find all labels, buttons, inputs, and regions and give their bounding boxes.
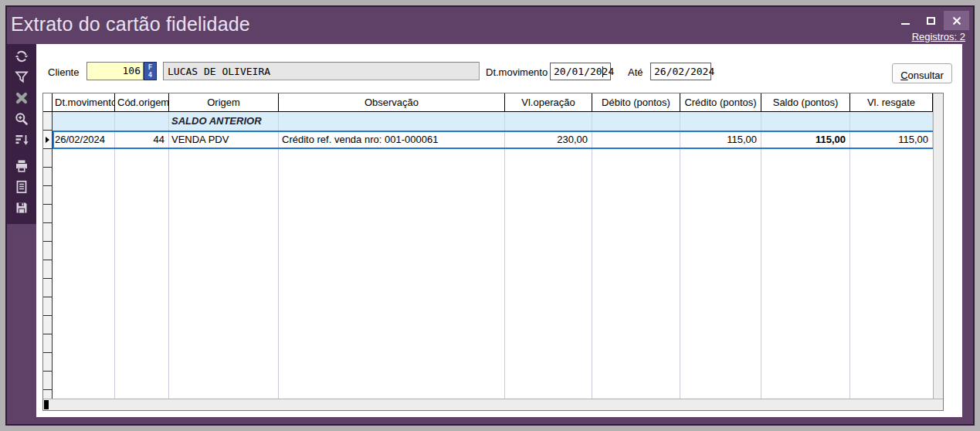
col-header-vl-resgate[interactable]: Vl. resgate — [850, 93, 933, 112]
current-row-indicator — [43, 131, 53, 149]
data-grid: Dt.movimento Cód.origem Origem Observaçã… — [42, 93, 944, 411]
registros-link[interactable]: Registros: 2 — [912, 31, 965, 42]
grid-empty-area — [43, 149, 943, 399]
text-caret — [602, 66, 603, 77]
cell-dt-movimento: 26/02/2024 — [53, 131, 115, 149]
grid-header-row: Dt.movimento Cód.origem Origem Observaçã… — [43, 93, 943, 112]
row-pointer-icon — [46, 137, 49, 143]
titlebar: Extrato do cartão fidelidade Registros: … — [7, 7, 973, 44]
col-header-observacao[interactable]: Observação — [279, 93, 505, 112]
close-button[interactable] — [944, 11, 969, 30]
window-body: Cliente 106 F 4 LUCAS DE OLIVEIRA Dt.mov… — [7, 44, 973, 424]
refresh-icon — [14, 49, 29, 64]
minimize-icon — [901, 23, 910, 25]
cliente-label: Cliente — [48, 66, 79, 78]
cell-credito-pontos: 115,00 — [680, 131, 761, 149]
cell-observacao: Crédito ref. venda nro: 001-000061 — [279, 131, 505, 149]
vertical-scrollbar[interactable] — [933, 93, 943, 399]
cell-vl-resgate: 115,00 — [850, 131, 933, 149]
consultar-label-rest: onsultar — [908, 70, 944, 81]
col-header-debito-pontos[interactable]: Débito (pontos) — [592, 93, 680, 112]
print-button[interactable] — [10, 156, 33, 176]
ate-input[interactable]: 26/02/2024 — [650, 63, 711, 80]
app-window: Extrato do cartão fidelidade Registros: … — [5, 5, 975, 426]
dt-movimento-value: 20/01/2024 — [554, 66, 614, 77]
horizontal-scrollbar-thumb[interactable] — [44, 400, 49, 409]
table-row-saldo-anterior[interactable]: SALDO ANTERIOR — [43, 112, 943, 131]
toolbar-sidebar — [7, 44, 36, 424]
zoom-icon — [14, 111, 29, 127]
sort-button[interactable] — [10, 130, 33, 150]
cell-origem: VENDA PDV — [169, 131, 279, 149]
dt-movimento-label: Dt.movimento — [486, 66, 548, 78]
col-header-saldo-pontos[interactable]: Saldo (pontos) — [761, 93, 850, 112]
window-controls — [893, 11, 969, 30]
report-button[interactable] — [10, 177, 33, 197]
consultar-mnemonic: C — [900, 70, 907, 81]
table-row[interactable]: 26/02/2024 44 VENDA PDV Crédito ref. ven… — [43, 131, 943, 149]
ate-value: 26/02/2024 — [654, 66, 714, 77]
cell-vl-operacao: 230,00 — [505, 131, 592, 149]
cancel-button[interactable] — [10, 88, 33, 108]
cancel-icon — [14, 90, 29, 106]
toolbar-icon-strip — [7, 44, 36, 224]
sort-icon — [14, 132, 29, 148]
print-icon — [14, 158, 29, 174]
col-header-credito-pontos[interactable]: Crédito (pontos) — [680, 93, 761, 112]
save-button[interactable] — [10, 198, 33, 218]
filter-button[interactable] — [10, 67, 33, 87]
grid-corner-cell — [43, 93, 53, 112]
col-header-vl-operacao[interactable]: Vl.operação — [505, 93, 592, 112]
main-area: Cliente 106 F 4 LUCAS DE OLIVEIRA Dt.mov… — [36, 44, 962, 417]
consultar-button[interactable]: Consultar — [892, 63, 952, 83]
filter-icon — [14, 70, 29, 85]
minimize-button[interactable] — [893, 11, 918, 30]
col-header-dt-movimento[interactable]: Dt.movimento — [53, 93, 115, 112]
row-indicator-cell — [43, 112, 53, 131]
dt-movimento-input[interactable]: 20/01/2024 — [550, 63, 611, 80]
maximize-icon — [927, 17, 935, 25]
close-icon — [952, 16, 961, 25]
window-title: Extrato do cartão fidelidade — [11, 13, 250, 36]
zoom-button[interactable] — [10, 109, 33, 129]
save-icon — [14, 200, 29, 216]
horizontal-scrollbar[interactable] — [43, 399, 943, 410]
f4-key-bottom: 4 — [144, 71, 156, 79]
cell-debito-pontos — [592, 131, 680, 149]
row-indicator-column — [43, 149, 53, 399]
cliente-name-field: LUCAS DE OLIVEIRA — [163, 62, 480, 80]
col-header-origem[interactable]: Origem — [169, 93, 279, 112]
cell-cod-origem: 44 — [115, 131, 169, 149]
col-header-cod-origem[interactable]: Cód.origem — [115, 93, 169, 112]
refresh-button[interactable] — [10, 46, 33, 66]
maximize-button[interactable] — [918, 11, 944, 30]
saldo-anterior-label: SALDO ANTERIOR — [169, 112, 279, 131]
report-icon — [14, 179, 29, 195]
f4-key-top: F — [144, 63, 156, 71]
cliente-code-input[interactable]: 106 — [86, 62, 144, 80]
cliente-lookup-f4-button[interactable]: F 4 — [144, 62, 157, 80]
ate-label: Até — [628, 66, 643, 78]
cell-saldo-pontos: 115,00 — [761, 131, 850, 149]
